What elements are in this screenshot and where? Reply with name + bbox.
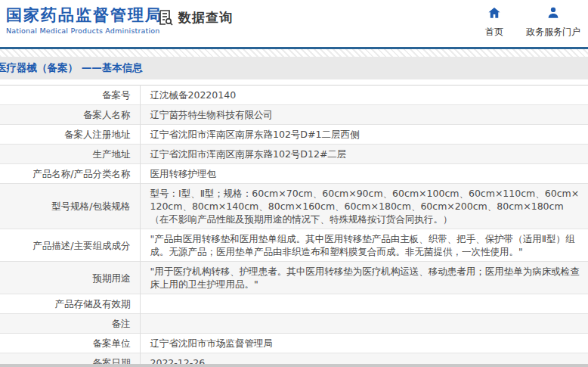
row-value xyxy=(140,314,588,334)
logo-title: 国家药品监督管理局 xyxy=(6,5,162,25)
row-value: 辽沈械备20220140 xyxy=(140,86,588,105)
row-value: 辽宁茵芬特生物科技有限公司 xyxy=(140,105,588,125)
table-row: 备案人注册地址 辽宁省沈阳市浑南区南屏东路102号D#1二层西侧 xyxy=(0,125,588,145)
registration-info-table: 备案号 辽沈械备20220140 备案人名称 辽宁茵芬特生物科技有限公司 备案人… xyxy=(0,85,588,367)
document-search-icon xyxy=(156,8,175,26)
table-row: 备注 xyxy=(0,314,588,334)
row-label: 备案人注册地址 xyxy=(0,125,140,145)
row-value: "产品由医用转移垫和医用垫单组成。其中医用转移垫产品由主板、织带、把手、保护带（… xyxy=(140,229,588,262)
table-row: 预期用途 "用于医疗机构转移、护理患者。其中医用转移垫为医疗机构运送、移动患者用… xyxy=(0,262,588,294)
table-row: 生产地址 辽宁省沈阳市浑南区南屏东路102号D12#二层 xyxy=(0,145,588,164)
nav-portal-label: 政务服务门户 xyxy=(526,26,580,39)
table-row: 产品名称/产品分类名称 医用转移护理包 xyxy=(0,164,588,184)
portal-person-icon xyxy=(546,6,560,23)
row-label: 产品名称/产品分类名称 xyxy=(0,164,140,184)
site-header: 国家药品监督管理局 National Medical Products Admi… xyxy=(0,0,588,47)
table-row: 型号规格/包装规格 型号：Ⅰ型、Ⅱ型；规格：60cm×70cm、60cm×90c… xyxy=(0,184,588,229)
data-query-title: 数据查询 xyxy=(178,9,233,26)
spacer xyxy=(0,79,588,85)
logo-subtitle: National Medical Products Administration xyxy=(6,26,162,35)
row-value: 辽宁省沈阳市浑南区南屏东路102号D#1二层西侧 xyxy=(140,125,588,145)
row-value: 医用转移护理包 xyxy=(140,164,588,184)
nav-item-home[interactable]: 首页 xyxy=(485,6,503,39)
row-label: 型号规格/包装规格 xyxy=(0,184,140,229)
data-query-section[interactable]: 数据查询 xyxy=(156,8,233,26)
row-label: 预期用途 xyxy=(0,262,140,294)
row-label: 产品存储及有效期 xyxy=(0,294,140,314)
nav-item-portal[interactable]: 政务服务门户 xyxy=(526,6,580,39)
nmpa-logo[interactable]: 国家药品监督管理局 National Medical Products Admi… xyxy=(6,5,162,35)
nav-home-label: 首页 xyxy=(485,26,503,39)
table-row: 备案号 辽沈械备20220140 xyxy=(0,86,588,105)
table-row: 产品存储及有效期 xyxy=(0,294,588,314)
row-label: 备注 xyxy=(0,314,140,334)
row-label: 生产地址 xyxy=(0,145,140,164)
row-value xyxy=(140,294,588,314)
page-bottom-edge xyxy=(0,364,588,367)
table-row: 产品描述/主要组成成分 "产品由医用转移垫和医用垫单组成。其中医用转移垫产品由主… xyxy=(0,229,588,262)
breadcrumb: 医疗器械（备案） ——基本信息 xyxy=(0,61,143,75)
header-nav: 首页 政务服务门户 xyxy=(485,6,580,39)
row-value: 型号：Ⅰ型、Ⅱ型；规格：60cm×70cm、60cm×90cm、60cm×100… xyxy=(140,184,588,229)
row-value: "用于医疗机构转移、护理患者。其中医用转移垫为医疗机构运送、移动患者用；医用垫单… xyxy=(140,262,588,294)
home-icon xyxy=(487,6,501,23)
table-row: 备案人名称 辽宁茵芬特生物科技有限公司 xyxy=(0,105,588,125)
breadcrumb-bar: 医疗器械（备案） ——基本信息 xyxy=(0,57,588,79)
row-label: 备案人名称 xyxy=(0,105,140,125)
hatched-strip xyxy=(0,49,588,57)
row-label: 备案单位 xyxy=(0,334,140,353)
row-value: 辽宁省沈阳市市场监督管理局 xyxy=(140,334,588,353)
row-label: 产品描述/主要组成成分 xyxy=(0,229,140,262)
row-label: 备案号 xyxy=(0,86,140,105)
table-row: 备案单位 辽宁省沈阳市市场监督管理局 xyxy=(0,334,588,353)
row-value: 辽宁省沈阳市浑南区南屏东路102号D12#二层 xyxy=(140,145,588,164)
